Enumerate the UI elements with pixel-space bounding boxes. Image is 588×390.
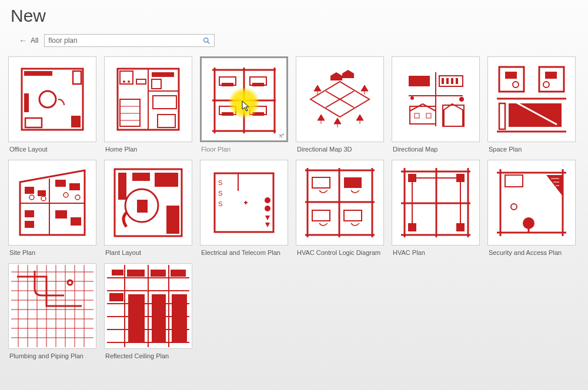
template-label: Reflected Ceiling Plan	[104, 349, 195, 359]
template-thumb	[104, 56, 192, 142]
directional-map-icon	[400, 64, 471, 135]
svg-point-79	[64, 193, 68, 197]
search-input[interactable]	[48, 36, 203, 45]
template-label: Security and Access Plan	[487, 246, 578, 256]
svg-rect-16	[152, 72, 174, 77]
template-thumb: ⊀	[200, 56, 288, 142]
template-label: Directional Map 3D	[296, 142, 386, 153]
template-space-plan[interactable]: Space Plan	[487, 56, 578, 153]
template-label: Floor Plan	[200, 142, 290, 153]
svg-rect-41	[410, 77, 412, 85]
svg-point-50	[459, 97, 464, 102]
directional-map-3d-icon	[305, 64, 375, 135]
svg-rect-15	[136, 79, 146, 84]
template-thumb	[296, 160, 384, 246]
svg-line-1	[208, 42, 209, 43]
svg-point-13	[123, 80, 125, 83]
svg-rect-130	[505, 175, 523, 187]
back-arrow-icon[interactable]: ←	[19, 36, 27, 45]
svg-rect-69	[25, 187, 34, 194]
svg-rect-45	[442, 78, 444, 84]
svg-rect-17	[152, 79, 161, 89]
svg-point-60	[543, 82, 549, 88]
template-label: Plant Layout	[104, 246, 195, 256]
template-label: Electrical and Telecom Plan	[200, 246, 290, 256]
svg-rect-52	[415, 113, 419, 118]
svg-rect-8	[71, 116, 81, 127]
svg-rect-31	[222, 83, 233, 86]
floor-plan-icon	[209, 64, 279, 135]
svg-point-77	[29, 195, 34, 200]
svg-rect-12	[120, 71, 133, 84]
template-office-layout[interactable]: Office Layout	[8, 56, 99, 153]
template-label: Home Plan	[104, 142, 195, 153]
hvac-plan-icon	[397, 164, 474, 241]
svg-text:S: S	[218, 179, 222, 186]
template-label: HVAC Plan	[392, 246, 482, 256]
svg-rect-105	[312, 177, 330, 188]
template-label: Directional Map	[392, 142, 482, 153]
template-directional-map[interactable]: Directional Map	[392, 56, 482, 153]
template-grid: Office Layout Home Plan	[0, 47, 588, 359]
svg-marker-98	[265, 223, 270, 227]
svg-point-49	[410, 96, 414, 100]
category-all-label[interactable]: All	[31, 36, 38, 45]
template-thumb	[104, 160, 192, 246]
svg-point-80	[75, 195, 80, 200]
svg-point-96	[265, 206, 270, 211]
reflected-ceiling-icon	[107, 265, 189, 347]
plumbing-piping-icon	[11, 265, 93, 347]
svg-rect-40	[409, 76, 430, 86]
svg-rect-86	[137, 200, 148, 213]
svg-point-95	[265, 197, 270, 203]
plant-layout-icon	[110, 164, 186, 241]
svg-point-0	[204, 38, 208, 42]
svg-rect-59	[545, 72, 557, 79]
svg-rect-72	[69, 183, 80, 190]
template-home-plan[interactable]: Home Plan	[104, 56, 195, 153]
template-thumb	[8, 160, 96, 246]
svg-rect-166	[152, 294, 166, 342]
template-directional-map-3d[interactable]: Directional Map 3D	[296, 56, 386, 153]
template-plumbing-piping-plan[interactable]: Plumbing and Piping Plan	[8, 263, 99, 359]
template-thumb: S S S	[200, 160, 288, 246]
svg-marker-97	[265, 216, 270, 220]
template-reflected-ceiling-plan[interactable]: Reflected Ceiling Plan	[104, 263, 195, 359]
svg-rect-107	[312, 210, 330, 221]
template-label: HVAC Control Logic Diagram	[296, 246, 386, 256]
svg-rect-116	[456, 174, 465, 182]
svg-point-14	[128, 80, 130, 83]
template-site-plan[interactable]: Site Plan	[8, 160, 99, 256]
template-plant-layout[interactable]: Plant Layout	[104, 160, 195, 256]
svg-rect-70	[38, 190, 46, 196]
svg-rect-163	[171, 270, 186, 277]
security-access-icon	[493, 164, 570, 241]
template-hvac-plan[interactable]: HVAC Plan	[392, 160, 482, 256]
template-hvac-control-logic[interactable]: HVAC Control Logic Diagram	[296, 160, 386, 256]
search-icon[interactable]	[203, 37, 211, 45]
template-thumb	[8, 56, 96, 142]
svg-rect-18	[153, 96, 176, 109]
svg-rect-64	[499, 103, 505, 129]
template-thumb	[487, 56, 576, 142]
svg-rect-71	[55, 180, 66, 187]
template-label: Plumbing and Piping Plan	[8, 349, 99, 359]
svg-rect-106	[344, 177, 362, 188]
svg-rect-73	[25, 210, 34, 217]
svg-rect-118	[456, 223, 465, 231]
template-security-access-plan[interactable]: Security and Access Plan	[487, 160, 578, 256]
svg-rect-76	[71, 217, 81, 226]
template-electrical-telecom-plan[interactable]: S S S Electrical and Telecom Plan	[200, 160, 290, 256]
office-layout-icon	[17, 64, 88, 135]
template-thumb	[392, 160, 480, 246]
search-box[interactable]	[44, 34, 215, 47]
space-plan-icon	[493, 61, 570, 137]
svg-rect-164	[109, 293, 123, 301]
home-plan-icon	[113, 64, 183, 135]
svg-rect-53	[426, 113, 431, 118]
template-thumb	[8, 263, 96, 349]
template-floor-plan[interactable]: ⊀ Floor Plan	[200, 56, 290, 153]
hvac-logic-icon	[302, 164, 378, 241]
svg-rect-46	[446, 78, 449, 84]
svg-rect-56	[505, 72, 517, 79]
